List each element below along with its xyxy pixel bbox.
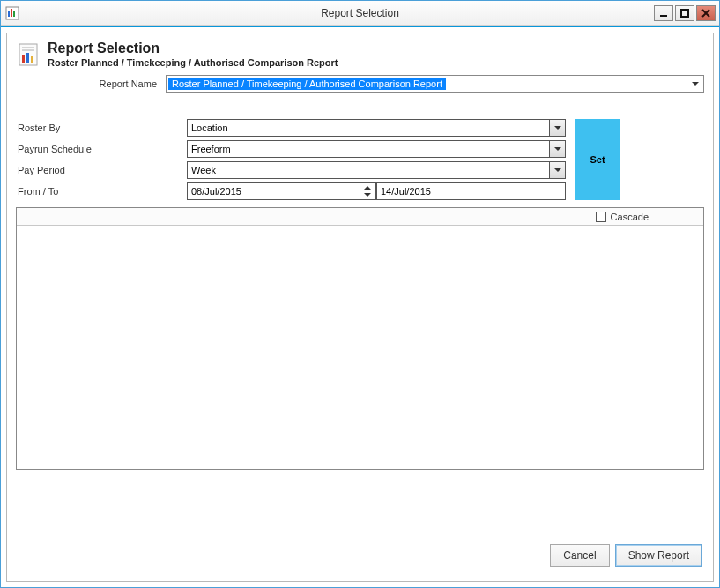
results-header: Cascade: [17, 208, 703, 226]
chevron-down-icon[interactable]: [549, 162, 565, 178]
title-bar: Report Selection: [1, 1, 719, 26]
header-text: Report Selection Roster Planned / Timeke…: [48, 41, 338, 68]
from-date-value: 08/Jul/2015: [191, 186, 241, 197]
chevron-down-icon[interactable]: [549, 141, 565, 157]
from-date-input[interactable]: 08/Jul/2015: [187, 182, 376, 200]
report-icon: [16, 42, 41, 67]
app-icon: [4, 5, 20, 21]
pay-period-label: Pay Period: [16, 165, 187, 175]
set-button[interactable]: Set: [575, 119, 620, 200]
cascade-label: Cascade: [611, 212, 649, 222]
cascade-wrap[interactable]: Cascade: [596, 212, 649, 222]
svg-rect-5: [681, 10, 688, 17]
close-button[interactable]: [696, 5, 716, 21]
report-name-select[interactable]: Roster Planned / Timekeeping / Authorise…: [166, 75, 704, 93]
svg-rect-13: [31, 56, 33, 63]
from-to-label: From / To: [16, 186, 187, 197]
cascade-checkbox[interactable]: [596, 212, 606, 222]
to-date-value: 14/Jul/2015: [381, 186, 431, 197]
filters-column: Roster By Location Payrun Schedule Freef…: [16, 117, 566, 202]
calendar-spinner-icon[interactable]: [360, 183, 375, 199]
pay-period-row: Pay Period Week: [16, 160, 566, 181]
svg-rect-4: [660, 15, 667, 17]
payrun-schedule-value: Freeform: [191, 144, 231, 154]
report-name-value: Roster Planned / Timekeeping / Authorise…: [168, 78, 446, 90]
roster-by-select[interactable]: Location: [187, 119, 566, 137]
report-name-row: Report Name Roster Planned / Timekeeping…: [16, 75, 704, 93]
svg-marker-15: [364, 193, 371, 197]
maximize-button[interactable]: [675, 5, 694, 21]
svg-rect-3: [13, 11, 15, 17]
content-header: Report Selection Roster Planned / Timeke…: [16, 41, 704, 68]
show-report-button[interactable]: Show Report: [615, 544, 702, 567]
window-controls: [654, 5, 716, 21]
payrun-schedule-select[interactable]: Freeform: [187, 140, 566, 158]
payrun-schedule-label: Payrun Schedule: [16, 144, 187, 154]
svg-rect-12: [26, 53, 29, 63]
bottom-buttons: Cancel Show Report: [550, 544, 702, 567]
roster-by-value: Location: [191, 123, 228, 133]
to-date-input[interactable]: 14/Jul/2015: [376, 182, 566, 200]
date-pair: 08/Jul/2015 14/Jul/2015: [187, 182, 566, 200]
roster-by-row: Roster By Location: [16, 117, 566, 138]
content-frame: Report Selection Roster Planned / Timeke…: [6, 33, 714, 582]
results-box: Cascade: [16, 207, 704, 470]
pay-period-select[interactable]: Week: [187, 161, 566, 179]
window-title: Report Selection: [1, 7, 719, 19]
payrun-schedule-row: Payrun Schedule Freeform: [16, 138, 566, 160]
page-subtitle: Roster Planned / Timekeeping / Authorise…: [48, 57, 338, 68]
minimize-button[interactable]: [654, 5, 673, 21]
outer-frame: Report Selection Roster Planned / Timeke…: [1, 26, 719, 587]
chevron-down-icon[interactable]: [688, 77, 702, 91]
svg-marker-14: [364, 186, 371, 190]
page-title: Report Selection: [48, 41, 338, 56]
svg-rect-2: [11, 9, 12, 17]
svg-rect-11: [22, 55, 25, 63]
from-to-row: From / To 08/Jul/2015: [16, 181, 566, 202]
svg-rect-1: [8, 11, 10, 17]
cancel-button[interactable]: Cancel: [550, 544, 609, 567]
filters-region: Roster By Location Payrun Schedule Freef…: [16, 117, 704, 202]
roster-by-label: Roster By: [16, 123, 187, 133]
pay-period-value: Week: [191, 165, 216, 175]
report-name-label: Report Name: [16, 78, 166, 89]
chevron-down-icon[interactable]: [549, 120, 565, 136]
